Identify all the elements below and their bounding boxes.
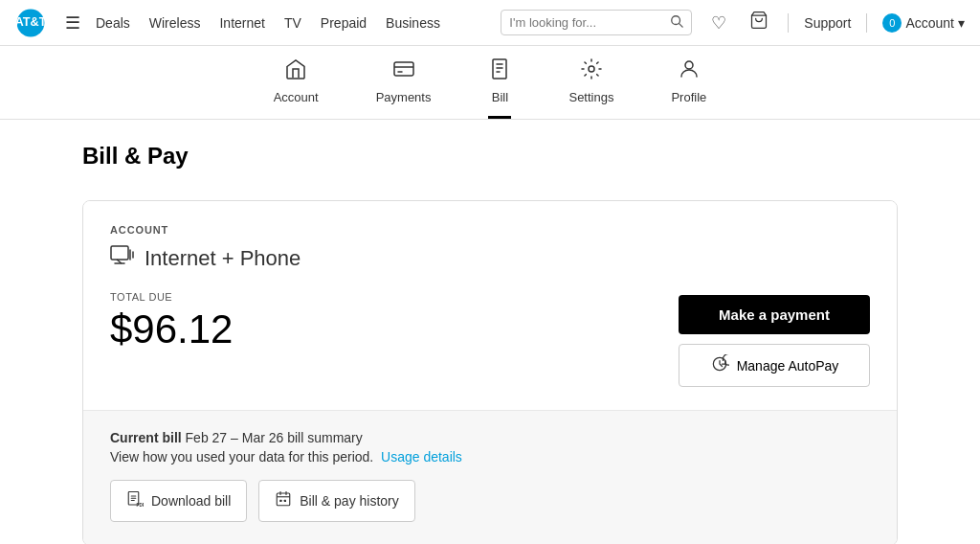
svg-line-3 [679,24,683,28]
subnav-settings-label: Settings [568,90,613,104]
download-bill-label: Download bill [151,493,231,509]
hamburger-button[interactable]: ☰ [57,9,88,37]
svg-text:PDF: PDF [137,503,145,508]
download-bill-button[interactable]: PDF Download bill [110,480,247,522]
page-title: Bill & Pay [82,143,898,170]
nav-link-wireless[interactable]: Wireless [149,15,201,31]
current-bill-bold: Current bill [110,430,182,445]
card-bottom: Current bill Feb 27 – Mar 26 bill summar… [83,411,897,544]
nav-divider-2 [866,13,867,33]
card-top: ACCOUNT Internet + Phone TOTAL DUE $9 [83,201,897,411]
account-section-label: ACCOUNT [110,224,870,236]
subnav-payments[interactable]: Payments [376,57,432,119]
logo: AT&T [15,8,46,38]
search-box [501,10,692,35]
subnav-profile-label: Profile [671,90,706,104]
bill-icon [488,57,511,80]
bill-amount-left: TOTAL DUE $96.12 [110,291,233,352]
account-badge: 0 [882,13,902,33]
total-due-amount: $96.12 [110,306,233,352]
profile-nav-icon [678,57,701,86]
svg-point-12 [589,66,594,72]
autopay-icon [710,354,729,376]
account-label: Account [905,15,954,31]
nav-link-tv[interactable]: TV [284,15,301,31]
svg-rect-20 [278,493,291,506]
pdf-icon: PDF [126,490,144,511]
calendar-icon [275,490,292,511]
current-bill-line: Current bill Feb 27 – Mar 26 bill summar… [110,430,870,445]
nav-link-deals[interactable]: Deals [96,15,130,31]
chevron-down-icon: ▾ [958,15,965,31]
top-nav: AT&T ☰ Deals Wireless Internet TV Prepai… [0,0,980,46]
internet-phone-icon [110,245,135,272]
top-nav-right: ♡ Support 0 Account ▾ [501,7,965,38]
support-link[interactable]: Support [804,15,851,31]
account-button[interactable]: 0 Account ▾ [882,13,965,33]
svg-rect-14 [111,246,128,260]
settings-nav-icon [580,57,603,86]
settings-icon [580,57,603,80]
profile-icon [678,57,701,80]
search-button[interactable] [670,14,683,31]
subnav-account[interactable]: Account [274,57,319,119]
bill-actions: Make a payment Manage AutoPay [679,295,870,387]
sub-nav: Account Payments Bill [0,46,980,120]
bill-card: ACCOUNT Internet + Phone TOTAL DUE $9 [82,200,898,544]
card-bottom-actions: PDF Download bill [110,480,870,522]
payments-nav-icon [392,57,415,86]
main-content: Bill & Pay ACCOUNT Internet + Phone [59,120,921,544]
search-icon [670,14,683,28]
heart-icon: ♡ [711,13,726,33]
svg-rect-5 [394,62,413,76]
subnav-account-label: Account [274,90,319,104]
account-type-label: Internet + Phone [145,246,301,271]
cart-button[interactable] [746,7,772,38]
subnav-bill[interactable]: Bill [488,57,511,119]
wishlist-button[interactable]: ♡ [707,9,730,37]
nav-links: Deals Wireless Internet TV Prepaid Busin… [96,15,440,31]
download-pdf-icon: PDF [126,490,144,508]
bill-nav-icon [488,57,511,86]
account-type: Internet + Phone [110,245,870,272]
current-bill-date: Feb 27 – Mar 26 bill summary [182,430,363,445]
svg-text:AT&T: AT&T [15,14,46,29]
usage-line: View how you used your data for this per… [110,449,870,465]
usage-details-link[interactable]: Usage details [381,449,462,465]
pay-history-label: Bill & pay history [300,493,398,509]
svg-point-13 [685,61,693,69]
nav-link-business[interactable]: Business [386,15,440,31]
autopay-refresh-icon [710,354,729,374]
nav-link-internet[interactable]: Internet [219,15,264,31]
autopay-label: Manage AutoPay [737,358,839,374]
account-nav-icon [284,57,307,86]
nav-link-prepaid[interactable]: Prepaid [321,15,367,31]
svg-rect-8 [493,59,506,79]
search-input[interactable] [509,15,670,30]
manage-autopay-button[interactable]: Manage AutoPay [679,344,870,387]
bill-amount-section: TOTAL DUE $96.12 Make a payment [110,291,870,387]
subnav-payments-label: Payments [376,90,432,104]
payment-icon [392,57,415,80]
home-icon [284,57,307,80]
svg-rect-24 [280,500,282,502]
bill-pay-history-button[interactable]: Bill & pay history [258,480,414,522]
make-payment-button[interactable]: Make a payment [679,295,870,334]
subnav-bill-label: Bill [492,90,508,104]
subnav-profile[interactable]: Profile [671,57,706,119]
usage-text: View how you used your data for this per… [110,449,373,465]
subnav-settings[interactable]: Settings [568,57,613,119]
svg-rect-25 [284,500,286,502]
calendar-history-icon [275,490,292,508]
monitor-icon [110,245,135,266]
nav-divider [788,13,789,33]
cart-icon [749,11,768,30]
att-logo-icon: AT&T [15,8,46,38]
total-due-label: TOTAL DUE [110,291,233,303]
